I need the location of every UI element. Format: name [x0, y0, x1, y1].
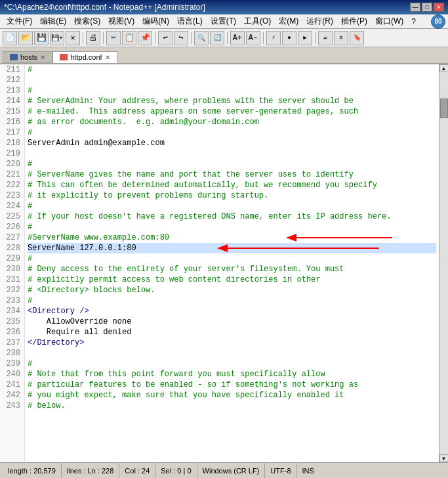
editor-content[interactable]: ### ServerAdmin: Your address, where pro…	[25, 64, 439, 462]
code-line: ServerAdmin admin@example.com	[28, 138, 436, 148]
editor-area: 2112122132142152162172182192202212222232…	[0, 64, 448, 462]
menu-window[interactable]: 窗口(W)	[371, 15, 407, 28]
code-line: #	[28, 295, 436, 306]
menu-language[interactable]: 语言(L)	[173, 15, 207, 28]
toolbar-sep-1	[83, 32, 83, 44]
code-line: #	[28, 222, 436, 232]
menu-file[interactable]: 文件(F)	[3, 15, 36, 28]
find-button[interactable]: 🔍	[194, 31, 209, 45]
toolbar-sep-2	[103, 32, 104, 44]
code-line: ServerName 127.0.0.1:80	[28, 243, 436, 253]
status-encoding: Windows (CR LF)	[197, 463, 266, 478]
line-number: 213	[4, 85, 20, 96]
vertical-scrollbar[interactable]: ▲ ▼	[439, 64, 448, 462]
menu-macro[interactable]: 宏(M)	[275, 15, 302, 28]
line-number: 216	[4, 117, 20, 127]
code-line: AllowOverride none	[28, 316, 436, 327]
scroll-up-button[interactable]: ▲	[439, 64, 449, 72]
code-line: # particular features to be enabled - so…	[28, 380, 436, 390]
macro-button[interactable]: ●	[282, 31, 296, 45]
menu-run[interactable]: 运行(R)	[302, 15, 337, 28]
code-line: Require all denied	[28, 327, 436, 337]
menu-encoding[interactable]: 编码(N)	[138, 15, 173, 28]
menu-plugins[interactable]: 插件(P)	[337, 15, 371, 28]
bookmark-button[interactable]: 🔖	[350, 31, 364, 45]
line-number: 243	[4, 401, 20, 411]
menu-settings[interactable]: 设置(T)	[207, 15, 240, 28]
line-number: 240	[4, 369, 20, 380]
line-number: 239	[4, 358, 20, 369]
menu-search[interactable]: 搜索(S)	[70, 15, 104, 28]
line-number: 212	[4, 75, 20, 85]
menu-tools[interactable]: 工具(O)	[240, 15, 275, 28]
line-number: 221	[4, 169, 20, 180]
line-number: 231	[4, 274, 20, 285]
code-line	[28, 348, 436, 358]
line-number: 220	[4, 159, 20, 169]
replace-button[interactable]: 🔄	[210, 31, 224, 45]
status-ins: INS	[297, 463, 319, 478]
tab-hosts[interactable]: hosts ✕	[3, 51, 52, 63]
tab-httpd-conf[interactable]: httpd.conf ✕	[52, 51, 117, 63]
tab-httpd-close[interactable]: ✕	[105, 54, 110, 61]
minimize-button[interactable]: —	[410, 3, 420, 12]
print-button[interactable]: 🖨	[86, 31, 100, 45]
line-number: 236	[4, 327, 20, 337]
save-all-button[interactable]: 💾+	[50, 31, 64, 45]
code-line: # This can often be determined automatic…	[28, 180, 436, 190]
code-line: # <Directory> blocks below.	[28, 285, 436, 295]
line-numbers: 2112122132142152162172182192202212222232…	[0, 64, 25, 462]
notification-badge: 80	[431, 14, 445, 29]
copy-button[interactable]: 📋	[122, 31, 136, 45]
line-number: 219	[4, 148, 20, 159]
line-number: 211	[4, 64, 20, 75]
code-line	[28, 148, 436, 159]
scroll-down-button[interactable]: ▼	[439, 454, 449, 462]
paste-button[interactable]: 📌	[138, 31, 152, 45]
close-button[interactable]: ✕	[66, 31, 80, 45]
maximize-button[interactable]: □	[422, 3, 432, 12]
code-line: # ServerAdmin: Your address, where probl…	[28, 96, 436, 106]
menubar: 文件(F) 编辑(E) 搜索(S) 视图(V) 编码(N) 语言(L) 设置(T…	[0, 14, 448, 29]
status-col: Col : 24	[119, 463, 155, 478]
status-line: lines : Ln : 228	[62, 463, 120, 478]
zoom-in-button[interactable]: A+	[230, 31, 245, 45]
menu-view[interactable]: 视图(V)	[104, 15, 138, 28]
redo-button[interactable]: ↪	[174, 31, 188, 45]
status-format: UTF-8	[265, 463, 296, 478]
line-number: 217	[4, 127, 20, 138]
window-title: *C:\Apache24\conf\httpd.conf - Notepad++…	[4, 3, 205, 12]
open-button[interactable]: 📂	[18, 31, 33, 45]
toolbar: 📄 📂 💾 💾+ ✕ 🖨 ✂ 📋 📌 ↩ ↪ 🔍 🔄 A+ A- ⚡ ● ▶ ⇌…	[0, 29, 448, 47]
status-length: length : 20,579	[3, 463, 62, 478]
tab-hosts-close[interactable]: ✕	[40, 54, 45, 61]
statusbar: length : 20,579 lines : Ln : 228 Col : 2…	[0, 462, 448, 478]
undo-button[interactable]: ↩	[158, 31, 173, 45]
cut-button[interactable]: ✂	[106, 31, 121, 45]
code-line: #ServerName www.example.com:80	[28, 232, 436, 243]
line-number: 232	[4, 285, 20, 295]
indent-button[interactable]: ≡	[334, 31, 348, 45]
new-button[interactable]: 📄	[3, 31, 17, 45]
code-line: #	[28, 253, 436, 264]
toolbar-sep-7	[315, 32, 316, 44]
sync-button[interactable]: ⚡	[266, 31, 281, 45]
run-button[interactable]: ▶	[298, 31, 312, 45]
menu-help[interactable]: ?	[407, 16, 420, 27]
code-line: #	[28, 159, 436, 169]
menu-edit[interactable]: 编辑(E)	[36, 15, 70, 28]
window-controls: — □ ✕	[410, 3, 444, 12]
line-number: 229	[4, 253, 20, 264]
close-button[interactable]: ✕	[434, 3, 444, 12]
scrollbar-thumb[interactable]	[440, 98, 448, 118]
toolbar-sep-6	[263, 32, 264, 44]
code-line: # Deny access to the entirety of your se…	[28, 264, 436, 274]
zoom-out-button[interactable]: A-	[246, 31, 260, 45]
wrap-button[interactable]: ⇌	[318, 31, 333, 45]
code-line: # it explicitly to prevent problems duri…	[28, 190, 436, 201]
line-number: 225	[4, 211, 20, 222]
code-line: # ServerName gives the name and port tha…	[28, 169, 436, 180]
toolbar-sep-4	[191, 32, 192, 44]
line-number: 241	[4, 380, 20, 390]
save-button[interactable]: 💾	[34, 31, 49, 45]
